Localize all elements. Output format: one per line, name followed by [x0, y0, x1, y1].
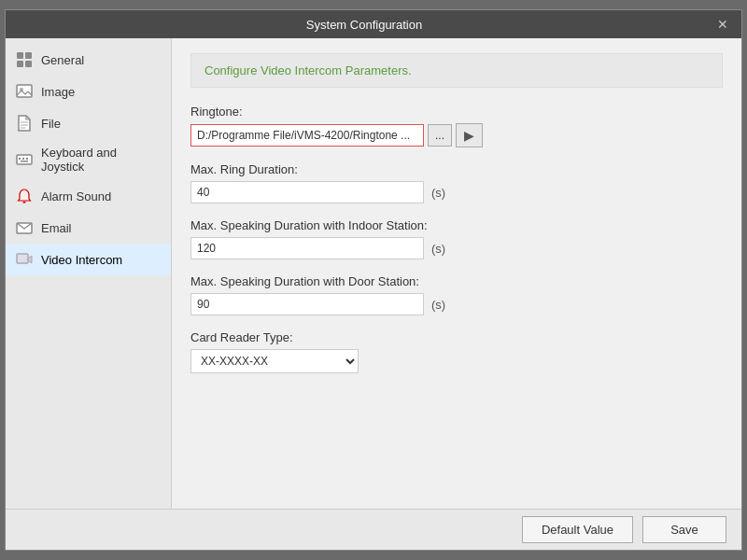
- svg-rect-4: [17, 85, 32, 97]
- browse-button[interactable]: ...: [428, 124, 452, 147]
- image-icon: [15, 82, 34, 101]
- max-door-input[interactable]: [190, 293, 424, 315]
- sidebar-label-image: Image: [41, 85, 75, 99]
- max-indoor-unit: (s): [431, 242, 445, 256]
- ringtone-input[interactable]: [190, 124, 424, 147]
- svg-rect-12: [26, 158, 28, 160]
- info-banner: Configure Video Intercom Parameters.: [190, 53, 723, 88]
- title-bar: System Configuration ✕: [6, 10, 741, 38]
- sidebar-label-file: File: [41, 117, 61, 131]
- max-ring-label: Max. Ring Duration:: [190, 162, 723, 176]
- max-indoor-input[interactable]: [190, 237, 424, 259]
- default-value-button[interactable]: Default Value: [522, 516, 633, 543]
- save-button[interactable]: Save: [642, 516, 726, 543]
- sidebar-label-video-intercom: Video Intercom: [41, 253, 122, 267]
- sidebar-item-email[interactable]: Email: [6, 212, 171, 244]
- window-body: General Image: [6, 38, 741, 509]
- card-reader-label: Card Reader Type:: [190, 330, 723, 344]
- svg-rect-16: [17, 254, 28, 263]
- main-content: Configure Video Intercom Parameters. Rin…: [172, 38, 741, 509]
- play-button[interactable]: ▶: [456, 123, 483, 147]
- max-ring-group: Max. Ring Duration: (s): [190, 162, 723, 203]
- max-ring-unit: (s): [431, 186, 445, 200]
- svg-rect-2: [17, 61, 23, 67]
- card-reader-group: Card Reader Type: XX-XXXX-XX: [190, 330, 723, 373]
- svg-rect-3: [25, 61, 32, 67]
- keyboard-icon: [15, 150, 34, 169]
- video-intercom-icon: [15, 250, 34, 269]
- sidebar-item-general[interactable]: General: [6, 44, 171, 76]
- sidebar-label-keyboard: Keyboard and Joystick: [41, 146, 162, 174]
- system-config-window: System Configuration ✕ General: [5, 9, 742, 551]
- ringtone-label: Ringtone:: [190, 105, 723, 119]
- window-title: System Configuration: [15, 18, 713, 32]
- card-reader-select[interactable]: XX-XXXX-XX: [190, 349, 359, 373]
- general-icon: [15, 50, 34, 69]
- sidebar-label-email: Email: [41, 221, 72, 235]
- svg-rect-11: [22, 158, 24, 160]
- sidebar-item-alarm[interactable]: Alarm Sound: [6, 180, 171, 212]
- max-door-unit: (s): [431, 298, 445, 312]
- sidebar-item-file[interactable]: File: [6, 107, 171, 139]
- max-indoor-group: Max. Speaking Duration with Indoor Stati…: [190, 218, 723, 259]
- close-button[interactable]: ✕: [713, 17, 732, 32]
- sidebar-item-video-intercom[interactable]: Video Intercom: [6, 244, 171, 275]
- svg-rect-1: [25, 52, 32, 59]
- svg-rect-14: [23, 202, 26, 203]
- svg-rect-10: [19, 158, 21, 160]
- info-text: Configure Video Intercom Parameters.: [204, 63, 412, 77]
- footer: Default Value Save: [6, 509, 741, 550]
- max-door-label: Max. Speaking Duration with Door Station…: [190, 274, 723, 288]
- ringtone-group: Ringtone: ... ▶: [190, 105, 723, 147]
- max-door-group: Max. Speaking Duration with Door Station…: [190, 274, 723, 315]
- max-door-row: (s): [190, 293, 723, 315]
- max-indoor-row: (s): [190, 237, 723, 259]
- sidebar-label-alarm: Alarm Sound: [41, 189, 111, 203]
- sidebar-label-general: General: [41, 53, 84, 67]
- max-ring-row: (s): [190, 181, 723, 203]
- sidebar-item-keyboard[interactable]: Keyboard and Joystick: [6, 139, 171, 180]
- svg-rect-13: [21, 161, 28, 162]
- sidebar-item-image[interactable]: Image: [6, 76, 171, 107]
- email-icon: [15, 218, 34, 237]
- alarm-icon: [15, 187, 34, 205]
- ringtone-row: ... ▶: [190, 123, 723, 147]
- sidebar: General Image: [6, 38, 172, 509]
- max-ring-input[interactable]: [190, 181, 424, 203]
- file-icon: [15, 114, 34, 133]
- max-indoor-label: Max. Speaking Duration with Indoor Stati…: [190, 218, 723, 232]
- svg-rect-0: [17, 52, 23, 59]
